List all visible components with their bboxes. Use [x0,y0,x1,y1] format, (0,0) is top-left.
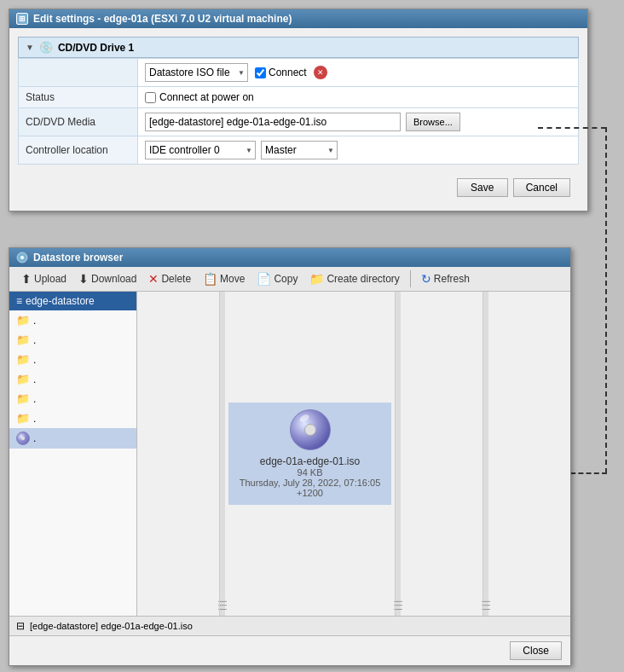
folder-icon-1: 📁 [16,314,30,327]
type-label-cell [19,59,138,87]
ide-controller-select[interactable]: IDE controller 0 [145,141,256,159]
create-dir-label: Create directory [326,273,399,285]
cancel-button[interactable]: Cancel [513,178,570,197]
dashed-connector-v [605,127,607,473]
sidebar-iso-file[interactable]: . [9,428,136,449]
dvd-small-icon [16,432,30,445]
sidebar-folder-2[interactable]: 📁 . [9,330,136,350]
refresh-button[interactable]: ↻ Refresh [416,270,475,287]
status-text: [edge-datastore] edge-01a-edge-01.iso [30,621,193,631]
cddvd-media-control-cell: Browse... [138,108,579,136]
datastore-browser-titlebar: Datastore browser [9,248,570,267]
move-label: Move [220,273,245,285]
controller-row: Controller location IDE controller 0 Mas… [19,136,579,165]
upload-button[interactable]: ⬆ Upload [16,270,72,287]
file-name: edge-01a-edge-01.iso [235,455,384,467]
toolbar-separator [410,270,411,287]
power-on-label: Connect at power on [159,91,254,103]
controller-control-cell: IDE controller 0 Master [138,136,579,165]
file-info: edge-01a-edge-01.iso 94 KB Thursday, Jul… [235,455,384,498]
file-column-4 [488,292,570,616]
status-bar: ⊟ [edge-datastore] edge-01a-edge-01.iso [9,616,570,635]
sidebar-iso-label: . [33,432,36,444]
type-select[interactable]: Datastore ISO file [145,63,248,82]
cddvd-icon: 💿 [39,41,53,54]
refresh-label: Refresh [434,273,470,285]
delete-label: Delete [161,273,191,285]
folder-icon-4: 📁 [16,373,30,385]
power-on-checkbox[interactable] [145,92,156,103]
connect-checkbox[interactable] [255,67,266,78]
cddvd-media-row: CD/DVD Media Browse... [19,108,579,136]
edit-settings-footer: Save Cancel [18,173,579,202]
save-button[interactable]: Save [457,178,508,197]
folder-label-1: . [33,315,36,327]
settings-table: Datastore ISO file Connect ✕ S [18,58,579,165]
browser-footer: Close [9,635,570,665]
type-select-row: Datastore ISO file Connect ✕ [145,63,571,82]
folder-list: 📁 . 📁 . 📁 . 📁 . 📁 . [9,310,136,449]
move-icon: 📋 [203,272,217,286]
folder-icon-5: 📁 [16,392,30,405]
edit-settings-icon: ⊞ [16,13,28,25]
download-button[interactable]: ⬇ Download [73,270,142,287]
controller-row-inner: IDE controller 0 Master [145,141,571,159]
create-directory-button[interactable]: 📁 Create directory [304,270,404,287]
ide-controller-select-wrapper[interactable]: IDE controller 0 [145,141,256,159]
sidebar-folder-6[interactable]: 📁 . [9,408,136,428]
main-file-panel: ||| edge-01a-edge-01.iso 94 KB Thursda [137,292,570,616]
svg-point-1 [20,256,24,259]
status-control-cell: Connect at power on [138,87,579,108]
datastore-browser-title-icon [16,252,28,264]
media-path-input[interactable] [145,113,401,131]
sidebar-folder-5[interactable]: 📁 . [9,389,136,408]
remove-btn[interactable]: ✕ [314,66,327,79]
folder-label-2: . [33,334,36,346]
sidebar-folder-1[interactable]: 📁 . [9,310,136,330]
file-column-1 [137,292,220,616]
dvd-icon [290,409,331,450]
create-dir-icon: 📁 [309,272,324,286]
folder-icon-6: 📁 [16,412,30,425]
master-select-wrapper[interactable]: Master [261,141,338,159]
status-icon: ⊟ [16,620,25,632]
delete-button[interactable]: ✕ Delete [143,270,196,287]
type-row: Datastore ISO file Connect ✕ [19,59,579,87]
datastore-sidebar-icon: ≡ [16,295,22,307]
type-select-wrapper[interactable]: Datastore ISO file [145,63,248,82]
master-select[interactable]: Master [261,141,338,159]
close-button[interactable]: Close [510,641,562,660]
file-column-2: edge-01a-edge-01.iso 94 KB Thursday, Jul… [225,292,396,616]
folder-label-6: . [33,413,36,425]
iso-file-item[interactable]: edge-01a-edge-01.iso 94 KB Thursday, Jul… [228,403,391,505]
edit-settings-title: Edit settings - edge-01a (ESXi 7.0 U2 vi… [33,13,292,25]
sidebar-folder-3[interactable]: 📁 . [9,350,136,369]
cddvd-section-header[interactable]: ▼ 💿 CD/DVD Drive 1 [18,37,579,58]
file-size: 94 KB [235,467,384,478]
sidebar-panel: ≡ edge-datastore 📁 . 📁 . 📁 . 📁 [9,292,137,616]
datastore-browser-title: Datastore browser [33,252,123,264]
move-button[interactable]: 📋 Move [198,270,250,287]
copy-button[interactable]: 📄 Copy [251,270,303,287]
copy-icon: 📄 [257,272,271,286]
connect-checkbox-group: Connect [255,67,307,78]
folder-icon-2: 📁 [16,333,30,346]
cddvd-section-label: CD/DVD Drive 1 [58,42,134,54]
status-row: Status Connect at power on [19,87,579,108]
folder-label-4: . [33,374,36,385]
file-date: Thursday, July 28, 2022, 07:16:05 +1200 [235,478,384,498]
datastore-toolbar: ⬆ Upload ⬇ Download ✕ Delete 📋 Move 📄 Co… [9,267,570,292]
download-icon: ⬇ [78,272,89,286]
edit-settings-content: ▼ 💿 CD/DVD Drive 1 Datastore ISO file [9,28,587,211]
status-label-cell: Status [19,87,138,108]
dvd-shine [298,413,310,423]
browse-button[interactable]: Browse... [406,113,460,131]
dvd-inner [304,424,316,436]
power-on-checkbox-group: Connect at power on [145,91,571,103]
sidebar-item-edge-datastore[interactable]: ≡ edge-datastore [9,292,136,310]
controller-label-cell: Controller location [19,136,138,165]
refresh-icon: ↻ [421,272,431,286]
sidebar-folder-4[interactable]: 📁 . [9,369,136,389]
delete-icon: ✕ [148,272,159,286]
file-browser-columns: ||| edge-01a-edge-01.iso 94 KB Thursda [137,292,570,616]
